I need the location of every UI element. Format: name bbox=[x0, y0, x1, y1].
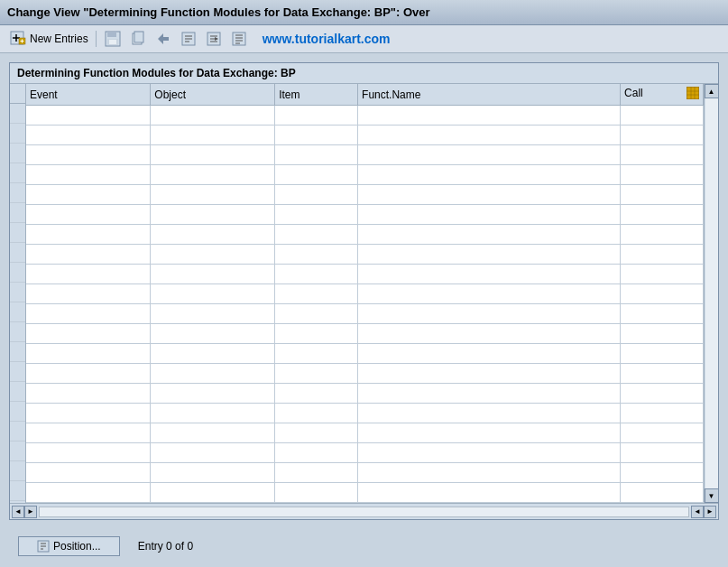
table-cell[interactable] bbox=[151, 205, 275, 225]
table-cell[interactable] bbox=[26, 384, 151, 404]
table-cell[interactable] bbox=[26, 463, 151, 483]
scroll-up-button[interactable]: ▲ bbox=[705, 84, 719, 98]
scroll-right-button[interactable]: ► bbox=[24, 506, 37, 518]
table-cell[interactable] bbox=[26, 125, 151, 145]
table-cell[interactable] bbox=[275, 443, 358, 463]
table-cell[interactable] bbox=[26, 225, 151, 245]
table-cell[interactable] bbox=[358, 384, 621, 404]
table-cell[interactable] bbox=[275, 185, 358, 205]
table-row[interactable] bbox=[26, 225, 704, 245]
scroll-track-v[interactable] bbox=[705, 98, 718, 488]
table-cell[interactable] bbox=[26, 483, 151, 503]
position-button[interactable]: Position... bbox=[18, 536, 120, 556]
row-selector-cell[interactable] bbox=[10, 481, 25, 501]
table-cell[interactable] bbox=[151, 443, 275, 463]
table-cell[interactable] bbox=[26, 165, 151, 185]
table-cell[interactable] bbox=[151, 245, 275, 265]
table-cell[interactable] bbox=[358, 344, 621, 364]
row-selector-cell[interactable] bbox=[10, 382, 25, 402]
table-cell[interactable] bbox=[151, 125, 275, 145]
table-cell[interactable] bbox=[275, 483, 358, 503]
table-cell[interactable] bbox=[151, 423, 275, 443]
table-cell[interactable] bbox=[151, 364, 275, 384]
scroll-right2-button[interactable]: ► bbox=[704, 506, 716, 518]
table-cell[interactable] bbox=[151, 284, 275, 304]
table-cell[interactable] bbox=[358, 265, 621, 284]
back-button[interactable] bbox=[152, 29, 174, 49]
table-row[interactable] bbox=[26, 324, 704, 344]
row-selector-cell[interactable] bbox=[10, 362, 25, 382]
table-cell[interactable] bbox=[151, 145, 275, 165]
row-selector-cell[interactable] bbox=[10, 144, 25, 163]
table-cell[interactable] bbox=[151, 463, 275, 483]
table-cell[interactable] bbox=[358, 185, 621, 205]
scroll-track-h[interactable] bbox=[39, 507, 689, 517]
table-cell[interactable] bbox=[151, 404, 275, 423]
table-row[interactable] bbox=[26, 265, 704, 284]
table-row[interactable] bbox=[26, 364, 704, 384]
row-selector-cell[interactable] bbox=[10, 263, 25, 283]
table-row[interactable] bbox=[26, 384, 704, 404]
table-cell[interactable] bbox=[26, 443, 151, 463]
table-cell[interactable] bbox=[358, 145, 621, 165]
table-cell[interactable] bbox=[151, 225, 275, 245]
table-cell[interactable] bbox=[621, 125, 704, 145]
table-cell[interactable] bbox=[358, 423, 621, 443]
scroll-left2-button[interactable]: ◄ bbox=[691, 506, 704, 518]
table-cell[interactable] bbox=[621, 165, 704, 185]
table-cell[interactable] bbox=[151, 165, 275, 185]
table-cell[interactable] bbox=[151, 265, 275, 284]
table-cell[interactable] bbox=[621, 185, 704, 205]
row-selector-cell[interactable] bbox=[10, 283, 25, 302]
row-selector-cell[interactable] bbox=[10, 203, 25, 223]
table-cell[interactable] bbox=[621, 344, 704, 364]
table-cell[interactable] bbox=[26, 324, 151, 344]
table-cell[interactable] bbox=[275, 125, 358, 145]
table-cell[interactable] bbox=[275, 245, 358, 265]
table-row[interactable] bbox=[26, 404, 704, 423]
table-cell[interactable] bbox=[275, 106, 358, 125]
row-selector-cell[interactable] bbox=[10, 461, 25, 481]
table-row[interactable] bbox=[26, 165, 704, 185]
table-cell[interactable] bbox=[621, 145, 704, 165]
table-cell[interactable] bbox=[358, 364, 621, 384]
table-cell[interactable] bbox=[621, 245, 704, 265]
table-cell[interactable] bbox=[26, 205, 151, 225]
row-selector-cell[interactable] bbox=[10, 223, 25, 243]
row-selector-cell[interactable] bbox=[10, 342, 25, 362]
table-row[interactable] bbox=[26, 304, 704, 324]
table-cell[interactable] bbox=[275, 205, 358, 225]
row-selector-cell[interactable] bbox=[10, 243, 25, 263]
table-cell[interactable] bbox=[26, 404, 151, 423]
table-cell[interactable] bbox=[621, 364, 704, 384]
table-cell[interactable] bbox=[621, 205, 704, 225]
table-row[interactable] bbox=[26, 344, 704, 364]
prev-page-button[interactable] bbox=[178, 29, 199, 49]
table-cell[interactable] bbox=[275, 324, 358, 344]
table-cell[interactable] bbox=[151, 304, 275, 324]
table-cell[interactable] bbox=[621, 106, 704, 125]
row-selector-cell[interactable] bbox=[10, 124, 25, 144]
table-cell[interactable] bbox=[621, 423, 704, 443]
table-cell[interactable] bbox=[275, 364, 358, 384]
table-cell[interactable] bbox=[275, 145, 358, 165]
table-cell[interactable] bbox=[26, 245, 151, 265]
table-cell[interactable] bbox=[358, 304, 621, 324]
table-row[interactable] bbox=[26, 423, 704, 443]
table-row[interactable] bbox=[26, 443, 704, 463]
table-cell[interactable] bbox=[151, 185, 275, 205]
table-cell[interactable] bbox=[275, 304, 358, 324]
table-cell[interactable] bbox=[621, 225, 704, 245]
table-cell[interactable] bbox=[358, 106, 621, 125]
table-cell[interactable] bbox=[621, 443, 704, 463]
table-cell[interactable] bbox=[358, 165, 621, 185]
table-cell[interactable] bbox=[358, 284, 621, 304]
next-page-button[interactable] bbox=[203, 29, 225, 49]
table-row[interactable] bbox=[26, 463, 704, 483]
table-cell[interactable] bbox=[151, 483, 275, 503]
row-selector-cell[interactable] bbox=[10, 302, 25, 322]
table-cell[interactable] bbox=[275, 463, 358, 483]
table-cell[interactable] bbox=[275, 225, 358, 245]
table-row[interactable] bbox=[26, 483, 704, 503]
table-cell[interactable] bbox=[621, 483, 704, 503]
